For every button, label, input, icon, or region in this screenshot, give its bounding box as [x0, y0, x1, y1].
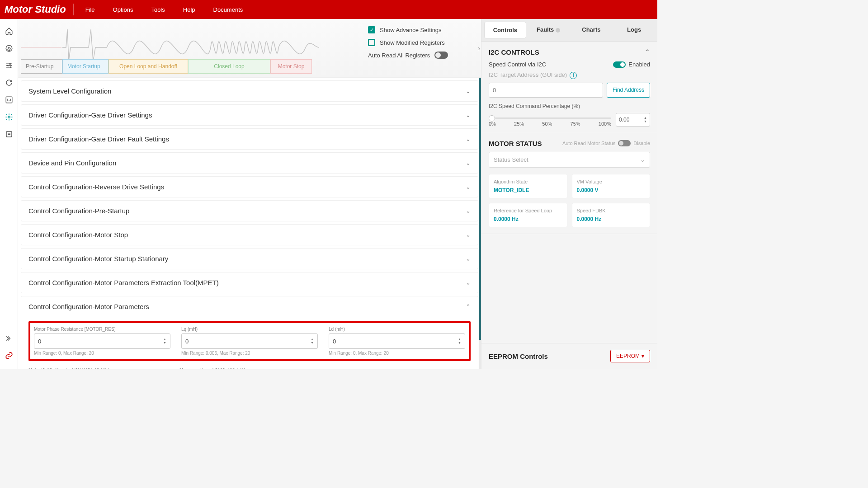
highlighted-params: Motor Phase Resistance [MOTOR_RES] 0▲▼ M…	[28, 321, 471, 361]
chevron-down-icon: ⌄	[466, 112, 471, 118]
menu-tools[interactable]: Tools	[143, 4, 173, 16]
accordion-list: System Level Configuration⌄ Driver Confi…	[18, 78, 481, 369]
chevron-up-icon: ⌃	[466, 303, 471, 310]
target-addr-label: I2C Target Address (GUI side)i	[489, 71, 577, 79]
info-icon[interactable]: i	[570, 72, 577, 79]
right-tabs: Controls Faults Charts Logs	[481, 19, 657, 42]
status-refspeed-card: Reference for Speed Loop 0.0000 Hz	[489, 203, 567, 227]
svg-point-2	[7, 65, 8, 66]
tab-faults[interactable]: Faults	[528, 22, 569, 38]
status-vm-card: VM Voltage 0.0000 V	[572, 174, 651, 198]
chevron-down-icon: ⌄	[466, 255, 471, 262]
hero-settings: ✓ Show Advance Settings Show Modified Re…	[363, 19, 481, 77]
top-menu-bar: Motor Studio File Options Tools Help Doc…	[0, 0, 657, 19]
menu-documents[interactable]: Documents	[205, 4, 251, 16]
rotate-icon[interactable]	[5, 79, 13, 87]
acc-gate-driver[interactable]: Driver Configuration-Gate Driver Setting…	[21, 105, 478, 125]
tab-logs[interactable]: Logs	[613, 22, 655, 38]
motor-res-label: Motor Phase Resistance [MOTOR_RES]	[34, 327, 170, 332]
menu-help[interactable]: Help	[175, 4, 203, 16]
motor-status-title: MOTOR STATUS	[489, 140, 542, 147]
acc-reverse-drive[interactable]: Control Configuration-Reverse Drive Sett…	[21, 177, 478, 197]
acc-gate-driver-fault[interactable]: Driver Configuration-Gate Driver Fault S…	[21, 129, 478, 149]
chevron-down-icon: ⌄	[466, 231, 471, 238]
acc-mpet[interactable]: Control Configuration-Motor Parameters E…	[21, 272, 478, 293]
acc-system-level[interactable]: System Level Configuration⌄	[21, 81, 478, 101]
bemf-label: Motor BEMF Constant [MOTOR_BEMF]	[28, 367, 169, 369]
lq-input[interactable]: 0▲▼	[181, 333, 318, 349]
registers-icon[interactable]	[5, 130, 13, 138]
motor-res-helper: Min Range: 0, Max Range: 20	[34, 351, 170, 356]
menu-file[interactable]: File	[77, 4, 103, 16]
svg-point-1	[9, 63, 10, 64]
auto-read-status-toggle[interactable]	[618, 140, 631, 146]
app-title: Motor Studio	[5, 4, 74, 15]
eeprom-button[interactable]: EEPROM▾	[610, 350, 650, 362]
home-icon[interactable]	[5, 27, 13, 35]
speed-ctrl-toggle[interactable]	[613, 61, 626, 68]
chevron-down-icon: ⌄	[466, 160, 471, 166]
stepper-icon[interactable]: ▲▼	[458, 338, 461, 344]
speed-slider[interactable]	[489, 117, 611, 119]
svg-point-5	[8, 116, 10, 118]
hero-collapse-chevron[interactable]: ›	[478, 45, 480, 52]
acc-startup-stationary[interactable]: Control Configuration-Motor Startup Stat…	[21, 249, 478, 269]
svg-point-3	[10, 67, 11, 68]
find-address-button[interactable]: Find Address	[607, 83, 650, 98]
motor-status-section: MOTOR STATUS Auto Read Motor Status Disa…	[481, 133, 657, 234]
auto-read-toggle[interactable]	[434, 52, 448, 59]
show-advance-checkbox[interactable]: ✓	[368, 26, 375, 33]
chevron-down-icon: ⌄	[466, 279, 471, 286]
phase-motorstartup[interactable]: Motor Startup	[62, 59, 108, 74]
status-select[interactable]: Status Select ⌄	[489, 152, 650, 168]
status-algorithm-card: Algorithm State MOTOR_IDLE	[489, 174, 567, 198]
stepper-icon[interactable]: ▲▼	[163, 338, 166, 344]
acc-prestartup[interactable]: Control Configuration-Pre-Startup⌄	[21, 201, 478, 221]
phase-motorstop[interactable]: Motor Stop	[270, 59, 312, 74]
acc-device-pin[interactable]: Device and Pin Configuration⌄	[21, 153, 478, 173]
waveform-graphic	[21, 23, 319, 63]
center-scrollbar[interactable]	[479, 78, 481, 369]
chevron-down-icon: ⌄	[640, 156, 645, 163]
eeprom-title: EEPROM Controls	[489, 352, 548, 360]
acc-motor-params-header[interactable]: Control Configuration-Motor Parameters ⌃	[21, 296, 478, 317]
stepper-icon[interactable]: ▲▼	[311, 338, 314, 344]
acc-motor-params: Control Configuration-Motor Parameters ⌃…	[21, 296, 478, 369]
link-icon[interactable]	[5, 352, 13, 360]
acc-motorstop[interactable]: Control Configuration-Motor Stop⌄	[21, 225, 478, 245]
phase-prestartup[interactable]: Pre-Startup	[21, 59, 62, 74]
faults-badge	[556, 28, 560, 33]
sliders-icon[interactable]	[5, 61, 13, 70]
phase-closedloop[interactable]: Closed Loop	[188, 59, 270, 74]
show-modified-checkbox[interactable]	[368, 39, 375, 46]
auto-read-label: Auto Read All Registers	[368, 52, 430, 59]
i2c-address-input[interactable]	[489, 83, 603, 98]
chevron-down-icon: ⌄	[466, 136, 471, 142]
compass-icon[interactable]	[5, 44, 13, 52]
maxspeed-label: Maximum Speed [MAX_SPEED]	[179, 367, 320, 369]
tab-charts[interactable]: Charts	[571, 22, 612, 38]
ld-input[interactable]: 0▲▼	[329, 333, 465, 349]
stepper-icon[interactable]: ▲▼	[644, 117, 647, 123]
tab-controls[interactable]: Controls	[484, 22, 526, 38]
phase-openloop[interactable]: Open Loop and Handoff	[108, 59, 188, 74]
right-panel: Controls Faults Charts Logs I2C CONTROLS…	[481, 19, 657, 369]
chevron-down-icon: ⌄	[466, 183, 471, 190]
speed-value-input[interactable]: 0.00▲▼	[616, 113, 650, 127]
auto-read-status-label: Auto Read Motor Status	[562, 141, 615, 146]
speed-cmd-label: I2C Speed Command Percentage (%)	[489, 103, 580, 109]
chevron-down-icon: ⌄	[466, 207, 471, 214]
status-speedfdbk-card: Speed FDBK 0.0000 Hz	[572, 203, 651, 227]
i2c-title: I2C CONTROLS	[489, 48, 539, 56]
left-nav-rail	[0, 19, 18, 369]
show-advance-label: Show Advance Settings	[380, 27, 442, 33]
slider-ticks: 0%25%50%75%100%	[489, 121, 611, 127]
menu-options[interactable]: Options	[105, 4, 142, 16]
center-panel: Pre-Startup Motor Startup Open Loop and …	[18, 19, 481, 369]
gear-icon[interactable]	[5, 113, 13, 121]
waveform-hero: Pre-Startup Motor Startup Open Loop and …	[18, 19, 481, 78]
motor-res-input[interactable]: 0▲▼	[34, 333, 170, 349]
bar-chart-icon[interactable]	[5, 96, 13, 104]
expand-icon[interactable]	[5, 334, 13, 343]
chevron-up-icon[interactable]: ⌃	[644, 48, 650, 56]
